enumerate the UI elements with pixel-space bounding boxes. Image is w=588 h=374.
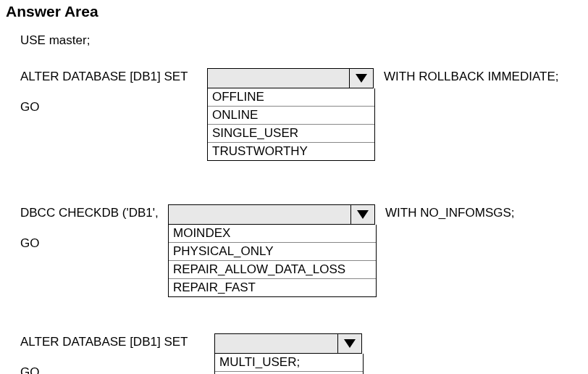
dbcc-prefix: DBCC CHECKDB ('DB1',	[20, 204, 168, 220]
dropdown-2-field[interactable]	[169, 205, 350, 224]
chevron-down-icon	[356, 74, 367, 83]
alter-db-suffix-1: WITH ROLLBACK IMMEDIATE;	[374, 68, 559, 84]
dropdown-2[interactable]: MOINDEX PHYSICAL_ONLY REPAIR_ALLOW_DATA_…	[168, 204, 375, 297]
dropdown-1-field[interactable]	[208, 69, 349, 88]
svg-marker-2	[344, 339, 356, 348]
dropdown-option[interactable]: OFFLINE	[208, 88, 374, 107]
page-title: Answer Area	[6, 3, 582, 20]
alter-db-prefix-1: ALTER DATABASE [DB1] SET	[20, 68, 207, 84]
alter-db-prefix-2: ALTER DATABASE [DB1] SET	[20, 333, 214, 349]
dropdown-option[interactable]: ONLINE	[208, 107, 374, 125]
svg-marker-0	[356, 74, 367, 83]
alter-db-set-block-2: ALTER DATABASE [DB1] SET MULTI_USER; ONL…	[20, 333, 582, 374]
dropdown-2-arrow[interactable]	[350, 205, 374, 224]
dropdown-1-options: OFFLINE ONLINE SINGLE_USER TRUSTWORTHY	[207, 88, 375, 161]
dropdown-option[interactable]: SINGLE_USER	[208, 125, 374, 143]
dropdown-1[interactable]: OFFLINE ONLINE SINGLE_USER TRUSTWORTHY	[207, 68, 374, 161]
dropdown-3-field[interactable]	[215, 334, 337, 353]
dropdown-1-arrow[interactable]	[349, 69, 373, 88]
dropdown-2-options: MOINDEX PHYSICAL_ONLY REPAIR_ALLOW_DATA_…	[168, 225, 377, 297]
dropdown-option[interactable]: REPAIR_FAST	[169, 279, 376, 296]
use-statement: USE master;	[20, 33, 582, 48]
chevron-down-icon	[357, 210, 369, 219]
dbcc-checkdb-block: DBCC CHECKDB ('DB1', MOINDEX PHYSICAL_ON…	[20, 204, 582, 313]
chevron-down-icon	[344, 339, 356, 348]
dropdown-option[interactable]: REPAIR_ALLOW_DATA_LOSS	[169, 261, 376, 279]
dropdown-option[interactable]: MOINDEX	[169, 225, 376, 243]
dbcc-suffix: WITH NO_INFOMSGS;	[375, 204, 515, 220]
dropdown-option[interactable]: TRUSTWORTHY	[208, 143, 374, 160]
dropdown-3-arrow[interactable]	[337, 334, 361, 353]
dropdown-option[interactable]: PHYSICAL_ONLY	[169, 243, 376, 261]
svg-marker-1	[357, 210, 369, 219]
use-line: USE master;	[20, 32, 90, 47]
dropdown-3-options: MULTI_USER; ONLINE; OPEN; TRUSTWORTHY;	[214, 354, 364, 374]
dropdown-3[interactable]: MULTI_USER; ONLINE; OPEN; TRUSTWORTHY;	[214, 333, 362, 374]
dropdown-option[interactable]: MULTI_USER;	[215, 354, 363, 372]
alter-db-set-block-1: ALTER DATABASE [DB1] SET OFFLINE ONLINE …	[20, 68, 582, 184]
